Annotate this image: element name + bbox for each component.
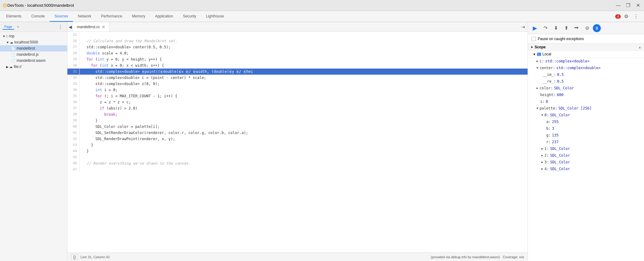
tab-lighthouse[interactable]: Lighthouse <box>201 11 229 22</box>
file-panel-tabs: Page » <box>2 24 21 30</box>
scope-item-palette-2[interactable]: ▶ 2: SDL_Color <box>528 152 644 159</box>
scope-item-height: height: 600 <box>528 91 644 98</box>
step-over-button[interactable]: ↷ <box>541 24 550 33</box>
code-line-38: 38 break; <box>67 111 528 117</box>
code-tab-bar: ◀ mandelbrot.cc ✕ ⇥ <box>67 22 528 32</box>
local-section: ▼ L Local ▶ c: std::complex<double> ▼ ce… <box>528 51 644 172</box>
tab-console[interactable]: Console <box>26 11 50 22</box>
tab-security[interactable]: Security <box>178 11 201 22</box>
scope-item-center[interactable]: ▼ center: std::complex<double> <box>528 65 644 71</box>
step-into-button[interactable]: ⬇ <box>551 24 560 33</box>
tab-bar-right: 4 ⚙ ⋮ <box>613 11 643 22</box>
code-content: 25 26 // Calculate and draw the Mandelbr… <box>67 32 528 173</box>
step-out-button[interactable]: ⬆ <box>562 24 571 33</box>
code-line-33: 33 std::complex<double> z(0, 0); <box>67 81 528 87</box>
tab-application[interactable]: Application <box>150 11 178 22</box>
minimize-button[interactable]: — <box>615 2 622 9</box>
code-line-34: 34 int i = 0; <box>67 87 528 93</box>
more-button[interactable]: ⋮ <box>632 12 640 21</box>
scope-header[interactable]: ▼ Scope ▲ <box>528 44 644 51</box>
code-line-27: 27 std::complex<double> center(0.5, 0.5)… <box>67 44 528 50</box>
code-line-26: 26 // Calculate and draw the Mandelbrot … <box>67 38 528 44</box>
scope-section: ▼ Scope ▲ ▼ L Local ▶ c: std::complex<do… <box>528 44 644 261</box>
resume-button[interactable]: ▶ <box>530 24 540 33</box>
code-line-47: 47 <box>67 166 528 173</box>
c-expand-arrow: ▶ <box>536 58 538 64</box>
code-nav-back[interactable]: ◀ <box>67 23 73 31</box>
devtools-icon: ⚙ <box>2 2 7 9</box>
scope-item-color[interactable]: ▶ color: SDL_Color <box>528 85 644 91</box>
format-button[interactable]: ⇥ <box>521 24 525 29</box>
tree-label-localhost: localhost:5000 <box>14 40 38 44</box>
window-title: DevTools - localhost:5000/mandelbrot <box>7 3 615 8</box>
code-panel: ◀ mandelbrot.cc ✕ ⇥ 25 26 // Calculate a… <box>67 22 528 261</box>
code-line-35: 35 for (; i < MAX_ITER_COUNT - 1; i++) { <box>67 93 528 99</box>
local-header[interactable]: ▼ L Local <box>528 51 644 58</box>
tab-elements[interactable]: Elements <box>1 11 26 22</box>
code-tab-filename: mandelbrot.cc <box>77 25 100 29</box>
step-button[interactable]: ⮕ <box>572 24 581 33</box>
debug-info-status: (provided via debug info by mandelbrot.w… <box>431 255 524 259</box>
code-line-25: 25 <box>67 32 528 38</box>
scope-item-palette[interactable]: ▼ palette: SDL_Color [256] <box>528 105 644 112</box>
code-line-31: 31 std::complex<double> ▸point((▸double)… <box>67 69 528 75</box>
code-line-28: 28 double scale = 4.0; <box>67 50 528 56</box>
deactivate-breakpoints-button[interactable]: ⊘ <box>582 24 592 33</box>
scope-item-palette-4[interactable]: ▶ 4: SDL_Color <box>528 166 644 172</box>
file-panel: Page » ⋮ ▼ □ top ▼ ☁ localhost:5000 📄 ma… <box>0 22 67 261</box>
pause-exceptions: Pause on caught exceptions <box>528 34 644 44</box>
tree-item-mandelbrot-wasm[interactable]: 📄 mandelbrot.wasm <box>0 58 67 64</box>
file-panel-header: Page » ⋮ <box>0 22 67 32</box>
close-button[interactable]: ✕ <box>634 2 642 9</box>
code-tab-mandelbrot[interactable]: mandelbrot.cc ✕ <box>73 22 109 32</box>
tab-memory[interactable]: Memory <box>127 11 150 22</box>
tree-item-mandelbrot-js[interactable]: 📄 mandelbrot.js <box>0 51 67 58</box>
maximize-button[interactable]: ❐ <box>624 2 632 9</box>
scope-item-palette-1[interactable]: ▶ 1: SDL_Color <box>528 145 644 152</box>
scope-item-palette-0[interactable]: ▼ 0: SDL_Color <box>528 112 644 118</box>
tree-item-mandelbrot[interactable]: 📄 mandelbrot <box>0 45 67 51</box>
file-icon-wasm: 📄 <box>11 59 15 63</box>
window-controls: — ❐ ✕ <box>615 2 642 9</box>
fp-tab-page[interactable]: Page <box>2 24 14 30</box>
code-tab-close[interactable]: ✕ <box>102 24 105 29</box>
local-arrow: ▼ <box>533 53 536 56</box>
scope-item-palette-3[interactable]: ▶ 3: SDL_Color <box>528 159 644 166</box>
format-pretty-button[interactable]: {} <box>71 254 78 260</box>
scope-item-re: __re_: 0.5 <box>528 78 644 85</box>
scope-item-b: b: 3 <box>528 125 644 132</box>
pause-on-exceptions-button[interactable]: ⏸ <box>593 24 601 32</box>
scope-collapse-btn: ▲ <box>638 45 642 49</box>
code-line-42: 42 SDL_RenderDrawPoint(renderer, x, y); <box>67 136 528 142</box>
tree-item-top[interactable]: ▼ □ top <box>0 33 67 39</box>
tree-label-mandelbrot-wasm: mandelbrot.wasm <box>17 58 46 63</box>
color-expand-arrow: ▶ <box>536 85 538 91</box>
code-line-40: 40 SDL_Color color = palette[i]; <box>67 124 528 130</box>
tab-network[interactable]: Network <box>73 11 96 22</box>
code-area[interactable]: 25 26 // Calculate and draw the Mandelbr… <box>67 32 528 252</box>
scope-item-c[interactable]: ▶ c: std::complex<double> <box>528 58 644 65</box>
settings-button[interactable]: ⚙ <box>622 12 631 21</box>
scope-panel: ▶ ↷ ⬇ ⬆ ⮕ ⊘ ⏸ Pause on caught exceptions… <box>528 22 644 261</box>
code-line-36: 36 z = z * z + c; <box>67 99 528 105</box>
cloud-icon-file: ☁ <box>9 65 13 69</box>
tree-label-mandelbrot: mandelbrot <box>17 46 35 50</box>
fp-tab-more[interactable]: » <box>15 24 21 30</box>
tree-item-file[interactable]: ▶ ☁ file:// <box>0 64 67 70</box>
code-line-39: 39 } <box>67 117 528 124</box>
scope-item-im: __im_: 0.5 <box>528 71 644 78</box>
center-expand-arrow: ▼ <box>536 65 538 71</box>
scope-item-g: g: 135 <box>528 132 644 139</box>
palette-expand-arrow: ▼ <box>536 106 538 111</box>
code-line-30: 30 for (int x = 0; x < width; x++) { <box>67 62 528 69</box>
file-panel-more-button[interactable]: ⋮ <box>56 23 65 31</box>
palette-0-expand-arrow: ▼ <box>541 112 543 118</box>
tab-sources[interactable]: Sources <box>50 11 73 22</box>
pause-exceptions-checkbox[interactable] <box>532 37 536 41</box>
pause-exceptions-label: Pause on caught exceptions <box>538 37 584 41</box>
tab-performance[interactable]: Performance <box>96 11 127 22</box>
debug-toolbar: ▶ ↷ ⬇ ⬆ ⮕ ⊘ ⏸ <box>528 22 644 34</box>
tree-item-localhost[interactable]: ▼ ☁ localhost:5000 <box>0 39 67 45</box>
file-icon-js: 📄 <box>11 53 15 57</box>
tree-arrow-localhost: ▼ <box>6 41 9 44</box>
